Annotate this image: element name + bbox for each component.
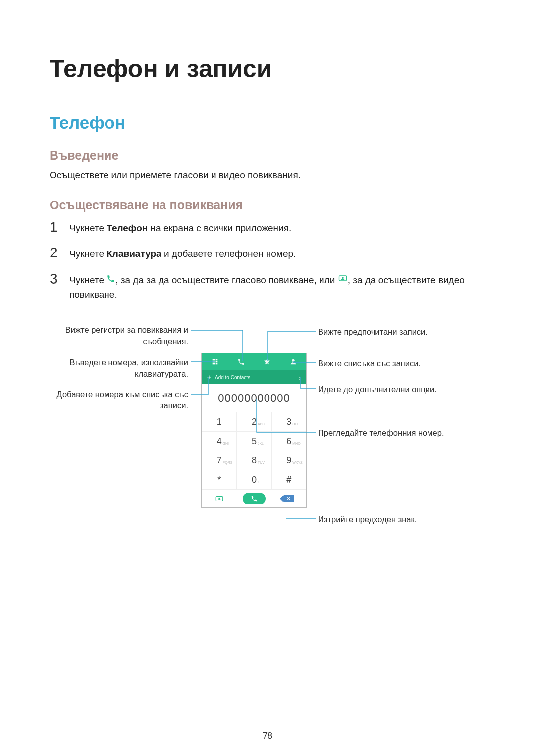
section-title-phone: Телефон (50, 113, 485, 133)
step-1: 1 Чукнете Телефон на екрана с всички при… (50, 218, 485, 236)
step-number: 1 (50, 218, 69, 235)
call-icon (107, 273, 115, 288)
svg-point-1 (342, 277, 344, 279)
step-3: 3 Чукнете , за да за да осъществите глас… (50, 270, 485, 302)
step-text: Чукнете (69, 275, 107, 285)
step-2: 2 Чукнете Клавиатура и добавете телефоне… (50, 244, 485, 261)
subsection-making-calls: Осъществяване на повиквания (50, 198, 485, 212)
page-number: 78 (0, 731, 535, 741)
step-text: на екрана с всички приложения. (148, 223, 291, 233)
step-text: Чукнете (69, 249, 107, 259)
step-number: 2 (50, 244, 69, 261)
intro-paragraph: Осъществете или приемете гласови и видео… (50, 169, 485, 182)
step-text: , за да за да осъществите гласово повикв… (115, 275, 337, 285)
subsection-intro: Въведение (50, 149, 485, 163)
page-title: Телефон и записи (50, 54, 485, 83)
leader-lines (50, 310, 485, 548)
step-text-bold: Клавиатура (107, 249, 161, 259)
video-call-icon (338, 273, 348, 288)
step-text: и добавете телефонен номер. (161, 249, 296, 259)
step-number: 3 (50, 270, 69, 287)
steps-list: 1 Чукнете Телефон на екрана с всички при… (50, 218, 485, 302)
step-text-bold: Телефон (107, 223, 148, 233)
dialer-diagram: Add to Contacts ⋮ 00000000000 12ABC3DEF4… (50, 310, 485, 548)
step-text: Чукнете (69, 223, 107, 233)
